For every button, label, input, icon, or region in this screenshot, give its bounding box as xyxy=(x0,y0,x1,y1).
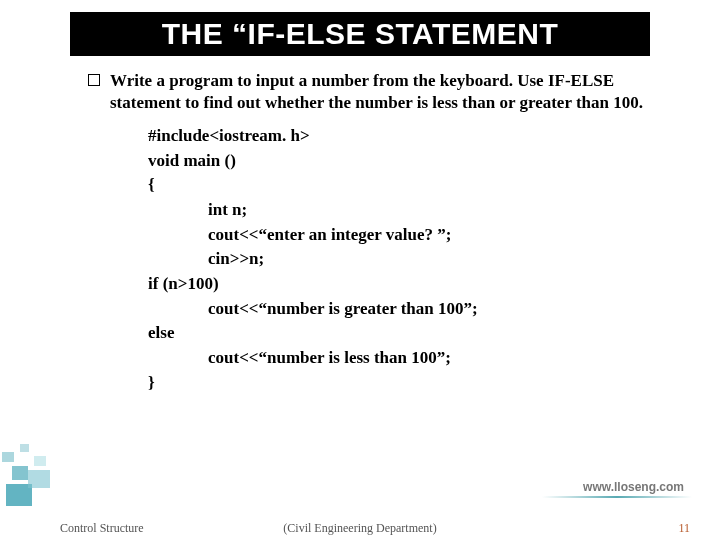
code-line: int n; xyxy=(148,198,660,223)
code-line: cin>>n; xyxy=(148,247,660,272)
code-line: else xyxy=(148,321,660,346)
bullet-item: Write a program to input a number from t… xyxy=(88,70,660,114)
code-line: cout<<“number is greater than 100”; xyxy=(148,297,660,322)
footer-center: (Civil Engineering Department) xyxy=(283,521,436,536)
title-box: THE “IF-ELSE STATEMENT xyxy=(70,12,650,56)
watermark-text: www.lloseng.com xyxy=(583,480,684,494)
code-line: } xyxy=(148,371,660,396)
code-line: if (n>100) xyxy=(148,272,660,297)
page-number: 11 xyxy=(678,521,690,536)
code-line: cout<<“enter an integer value? ”; xyxy=(148,223,660,248)
slide: THE “IF-ELSE STATEMENT Write a program t… xyxy=(0,0,720,540)
code-line: #include<iostream. h> xyxy=(148,124,660,149)
code-block: #include<iostream. h> void main () { int… xyxy=(148,124,660,395)
code-line: { xyxy=(148,173,660,198)
prompt-text: Write a program to input a number from t… xyxy=(110,70,660,114)
slide-title: THE “IF-ELSE STATEMENT xyxy=(81,17,639,51)
code-line: cout<<“number is less than 100”; xyxy=(148,346,660,371)
content-area: Write a program to input a number from t… xyxy=(88,70,660,395)
corner-decoration xyxy=(0,430,70,510)
bullet-square-icon xyxy=(88,74,100,86)
watermark-line xyxy=(542,496,692,498)
code-line: void main () xyxy=(148,149,660,174)
footer-left: Control Structure xyxy=(60,521,144,536)
